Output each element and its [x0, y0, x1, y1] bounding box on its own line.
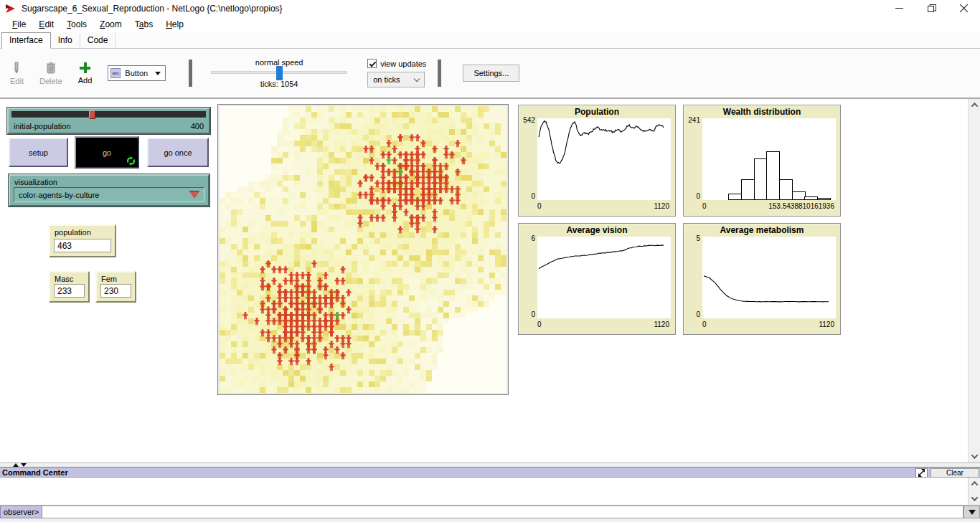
toolbar-separator — [438, 60, 441, 87]
initial-population-slider[interactable]: initial-population 400 — [7, 108, 210, 134]
forever-icon — [126, 156, 136, 166]
command-center-header: Command Center Clear — [0, 467, 980, 478]
chevron-down-icon — [414, 75, 420, 81]
go-once-button[interactable]: go once — [147, 138, 209, 167]
delete-widget-button[interactable]: Delete — [39, 62, 62, 85]
settings-button[interactable]: Settings... — [463, 65, 519, 82]
world-view[interactable] — [217, 104, 509, 395]
slider-channel[interactable] — [11, 111, 206, 118]
chevron-down-icon — [971, 452, 978, 459]
command-input[interactable] — [42, 506, 963, 518]
minimize-icon — [895, 4, 903, 12]
slider-thumb[interactable] — [89, 110, 95, 119]
menu-file[interactable]: File — [6, 18, 32, 31]
detach-command-center-button[interactable] — [915, 468, 928, 478]
speed-slider[interactable] — [211, 71, 347, 74]
vision-plot-canvas — [537, 237, 671, 318]
chevron-down-icon — [155, 72, 161, 75]
main-vertical-scrollbar[interactable] — [968, 99, 980, 462]
slider-value: 400 — [191, 122, 204, 130]
observer-prompt-label: observer> — [0, 506, 42, 518]
population-monitor: population 463 — [49, 224, 116, 257]
speed-slider-group: normal speed ticks: 1054 — [211, 58, 347, 88]
expand-icon — [918, 469, 925, 477]
command-center-title: Command Center — [2, 468, 68, 477]
population-plot-canvas — [537, 118, 671, 200]
update-mode-dropdown[interactable]: on ticks — [367, 72, 425, 87]
chooser-value: color-agents-by-culture — [19, 191, 100, 199]
minimize-button[interactable] — [883, 0, 915, 16]
title-bar: Sugarscape_6_Sexual_Reproduction - NetLo… — [0, 0, 980, 16]
tab-interface[interactable]: Interface — [1, 32, 51, 49]
fem-monitor: Fem 230 — [95, 271, 136, 303]
tab-bar: Interface Info Code — [0, 32, 980, 49]
slider-label: initial-population — [14, 122, 71, 130]
toolbar-separator — [189, 60, 192, 87]
view-updates-checkbox[interactable] — [367, 59, 377, 68]
ticks-counter: ticks: 1054 — [260, 80, 298, 88]
chooser-label: visualization — [14, 178, 208, 186]
population-plot: Population 542 0 0 1120 — [518, 105, 676, 217]
masc-monitor: Masc 233 — [49, 271, 90, 303]
command-history-button[interactable] — [963, 506, 980, 518]
menu-edit[interactable]: Edit — [32, 18, 60, 31]
button-widget-icon: abc — [110, 68, 121, 78]
restore-icon — [928, 4, 936, 13]
tab-info[interactable]: Info — [51, 33, 80, 48]
dropdown-arrow-icon — [969, 510, 976, 515]
tab-code[interactable]: Code — [80, 33, 116, 48]
scroll-down-button[interactable] — [969, 493, 980, 505]
output-scrollbar[interactable] — [968, 478, 980, 505]
setup-button[interactable]: setup — [9, 138, 68, 167]
netlogo-logo-icon — [5, 4, 17, 14]
speed-slider-thumb[interactable] — [276, 66, 283, 80]
edit-widget-button[interactable]: Edit — [10, 62, 24, 85]
scroll-up-button[interactable] — [969, 99, 980, 111]
command-center-output[interactable] — [0, 478, 980, 506]
plus-icon — [80, 62, 90, 73]
go-button[interactable]: go — [75, 136, 139, 169]
add-widget-button[interactable]: Add — [78, 62, 93, 85]
world-view-canvas[interactable] — [220, 106, 507, 393]
interface-canvas: initial-population 400 setup go go once … — [0, 99, 980, 462]
view-updates-group: view updates on ticks — [367, 59, 426, 87]
population-monitor-value: 463 — [54, 239, 111, 252]
command-prompt-row: observer> — [0, 506, 980, 518]
view-updates-label: view updates — [380, 60, 426, 68]
restore-button[interactable] — [915, 0, 948, 16]
update-mode-value: on ticks — [373, 75, 400, 84]
menu-tools[interactable]: Tools — [60, 18, 93, 31]
chevron-down-icon — [971, 494, 978, 501]
menu-tabs[interactable]: Tabs — [128, 18, 159, 31]
interface-toolbar: Edit Delete Add abc Button normal speed … — [0, 49, 980, 99]
widget-type-select[interactable]: abc Button — [108, 65, 166, 81]
chevron-up-icon — [971, 481, 978, 488]
trash-icon — [46, 62, 56, 74]
chooser-dropdown[interactable]: color-agents-by-culture — [14, 187, 204, 202]
masc-monitor-value: 233 — [54, 284, 85, 298]
wealth-distribution-plot: Wealth distribution 241 0 0 153.54388101… — [683, 105, 841, 217]
chevron-up-icon — [971, 103, 978, 110]
visualization-chooser[interactable]: visualization color-agents-by-culture — [9, 174, 209, 207]
window-title: Sugarscape_6_Sexual_Reproduction - NetLo… — [22, 4, 283, 14]
menu-zoom[interactable]: Zoom — [93, 18, 128, 31]
bottom-strip — [0, 518, 980, 522]
pencil-icon — [12, 62, 21, 74]
menu-help[interactable]: Help — [159, 18, 190, 31]
wealth-plot-canvas — [702, 118, 836, 200]
average-vision-plot: Average vision 6 0 0 1120 — [518, 223, 676, 335]
fem-monitor-value: 230 — [100, 284, 131, 298]
netlogo-window: Sugarscape_6_Sexual_Reproduction - NetLo… — [0, 0, 980, 522]
close-button[interactable] — [948, 0, 980, 16]
chooser-arrow-icon — [189, 191, 199, 199]
clear-button[interactable]: Clear — [930, 468, 979, 478]
metabolism-plot-canvas — [702, 237, 836, 318]
widget-type-value: Button — [125, 69, 148, 77]
scroll-down-button[interactable] — [969, 450, 980, 462]
scroll-up-button[interactable] — [969, 478, 980, 490]
average-metabolism-plot: Average metabolism 5 0 0 1120 — [683, 223, 841, 335]
close-icon — [960, 4, 968, 12]
menu-bar: File Edit Tools Zoom Tabs Help — [0, 16, 980, 32]
